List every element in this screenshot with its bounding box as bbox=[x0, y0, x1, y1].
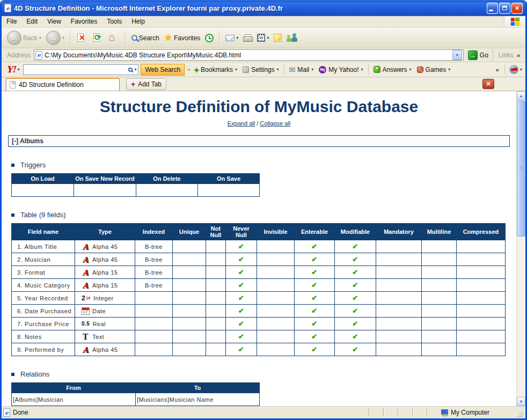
pdf-icon bbox=[509, 65, 518, 74]
yahoo-overflow-chevron[interactable]: » bbox=[496, 67, 499, 73]
address-dropdown-button[interactable]: ▾ bbox=[452, 50, 462, 60]
pdf-toolbar-button[interactable]: ▾ bbox=[504, 65, 522, 74]
cell bbox=[173, 292, 206, 305]
cell bbox=[257, 240, 295, 253]
scroll-down-button[interactable]: ▼ bbox=[517, 397, 525, 406]
column-header: Indexed bbox=[135, 224, 173, 240]
cell: B-tree bbox=[135, 253, 173, 266]
column-header: On Save New Record bbox=[74, 174, 136, 184]
forward-button[interactable]: → ▾ bbox=[44, 30, 67, 46]
close-button[interactable]: ✕ bbox=[511, 3, 523, 14]
yahoo-mail-label: Mail bbox=[297, 66, 309, 73]
settings-button[interactable]: Settings ▾ bbox=[241, 65, 280, 75]
print-button[interactable] bbox=[241, 33, 254, 42]
collapse-all-link[interactable]: Collapse all bbox=[260, 120, 290, 127]
field-type-cell: AAlpha 45 bbox=[75, 253, 135, 266]
field-name-cell: 2. Musician bbox=[12, 253, 75, 266]
cell bbox=[422, 330, 457, 343]
alpha-type-icon: A bbox=[82, 345, 90, 354]
alpha-type-icon: A bbox=[82, 268, 90, 277]
discuss-button[interactable] bbox=[272, 33, 284, 43]
links-bar[interactable]: Links » bbox=[493, 48, 523, 62]
column-header: Compressed bbox=[457, 224, 506, 240]
page-content: Structure Definition of MyMusic Database… bbox=[2, 91, 516, 406]
menu-edit[interactable]: Edit bbox=[21, 16, 42, 27]
add-tab-label: Add Tab bbox=[138, 80, 162, 88]
date-type-icon: 17 bbox=[82, 307, 90, 315]
close-tab-button[interactable]: ✕ bbox=[482, 79, 494, 89]
cell bbox=[422, 318, 457, 330]
settings-label: Settings bbox=[251, 66, 274, 73]
yahoo-search-input[interactable] bbox=[25, 66, 128, 73]
relations-table: From To [Albums]Musician [Musicians]Musi… bbox=[11, 382, 260, 406]
edit-dropdown-icon: ▾ bbox=[267, 35, 269, 40]
scrollbar-thumb[interactable] bbox=[517, 101, 525, 237]
field-type-cell: 216Integer bbox=[75, 292, 135, 305]
maximize-button[interactable] bbox=[499, 3, 510, 14]
refresh-button[interactable]: ⟳ bbox=[90, 31, 106, 45]
note-icon bbox=[274, 34, 282, 42]
cell: B-tree bbox=[135, 266, 173, 279]
yahoo-mail-button[interactable]: ✉ Mail ▾ bbox=[288, 64, 316, 75]
answers-button[interactable]: * Answers ▾ bbox=[372, 65, 413, 75]
yahoo-search-box[interactable]: ▾ bbox=[23, 64, 138, 75]
expand-all-link[interactable]: Expand all bbox=[228, 120, 255, 127]
column-header: To bbox=[136, 383, 260, 393]
address-input[interactable]: e C:\My Documents\MyMusic.4DB Structure … bbox=[34, 49, 464, 61]
table-row bbox=[12, 184, 260, 197]
cell bbox=[206, 343, 226, 356]
stop-button[interactable]: ✕ bbox=[74, 31, 90, 45]
web-search-button[interactable]: Web Search bbox=[141, 64, 185, 76]
cell bbox=[173, 318, 206, 330]
scrollbar-track[interactable] bbox=[517, 237, 525, 397]
yahoo-logo-button[interactable]: Y! ▾ bbox=[5, 63, 21, 76]
column-header: From bbox=[12, 383, 136, 393]
menu-help[interactable]: Help bbox=[127, 16, 150, 27]
cell bbox=[457, 305, 506, 318]
games-button[interactable]: Games ▾ bbox=[415, 65, 452, 75]
search-button[interactable]: Search bbox=[129, 33, 162, 43]
check-cell: ✔ bbox=[226, 305, 257, 318]
check-cell: ✔ bbox=[295, 279, 335, 292]
relation-from-cell: [Albums]Musician bbox=[12, 393, 136, 406]
cell bbox=[257, 343, 295, 356]
menu-favorites[interactable]: Favorites bbox=[66, 16, 102, 27]
history-button[interactable] bbox=[203, 33, 216, 43]
table-row: 1. Album Title AAlpha 45 B-tree ✔ ✔ ✔ bbox=[12, 240, 506, 253]
check-cell: ✔ bbox=[335, 318, 376, 330]
messenger-button[interactable] bbox=[284, 32, 299, 43]
check-cell: ✔ bbox=[335, 292, 376, 305]
scroll-up-button[interactable]: ▲ bbox=[517, 91, 525, 100]
menu-file[interactable]: File bbox=[2, 16, 21, 27]
go-button[interactable]: → Go bbox=[468, 50, 488, 60]
menu-tools[interactable]: Tools bbox=[102, 16, 127, 27]
answers-icon: * bbox=[374, 66, 380, 73]
home-icon: ⌂ bbox=[109, 31, 115, 43]
cell bbox=[422, 343, 457, 356]
edit-button[interactable]: W ▾ bbox=[255, 33, 271, 43]
albums-section-toggle[interactable]: [-] Albums bbox=[8, 135, 510, 147]
home-button[interactable]: ⌂ bbox=[106, 31, 122, 45]
favorites-button[interactable]: ★ Favorites bbox=[162, 31, 203, 45]
menu-view[interactable]: View bbox=[42, 16, 66, 27]
my-yahoo-button[interactable]: My My Yahoo! ▾ bbox=[317, 65, 364, 75]
add-tab-button[interactable]: + Add Tab bbox=[126, 78, 166, 90]
check-cell: ✔ bbox=[335, 253, 376, 266]
status-message: e Done bbox=[3, 408, 355, 417]
cell bbox=[376, 330, 422, 343]
bookmarks-button[interactable]: + Bookmarks ▾ bbox=[192, 64, 239, 75]
cell bbox=[457, 266, 506, 279]
cell bbox=[457, 330, 506, 343]
toolbar-separator bbox=[368, 64, 369, 75]
resize-grip[interactable] bbox=[516, 411, 524, 418]
mail-button[interactable]: ▾ bbox=[223, 34, 240, 42]
vertical-scrollbar[interactable]: ▲ ▼ bbox=[516, 91, 525, 406]
toolbar-separator bbox=[219, 31, 220, 46]
settings-dropdown-icon: ▾ bbox=[276, 67, 279, 72]
back-button[interactable]: ← Back ▾ bbox=[5, 30, 43, 46]
cell bbox=[173, 279, 206, 292]
windows-logo-icon bbox=[511, 18, 520, 26]
toolbar-resize-handle[interactable]: ◂▸ bbox=[187, 67, 190, 72]
tab-4d-structure-definition[interactable]: 4D Structure Definition bbox=[6, 78, 120, 91]
minimize-button[interactable] bbox=[487, 3, 498, 14]
